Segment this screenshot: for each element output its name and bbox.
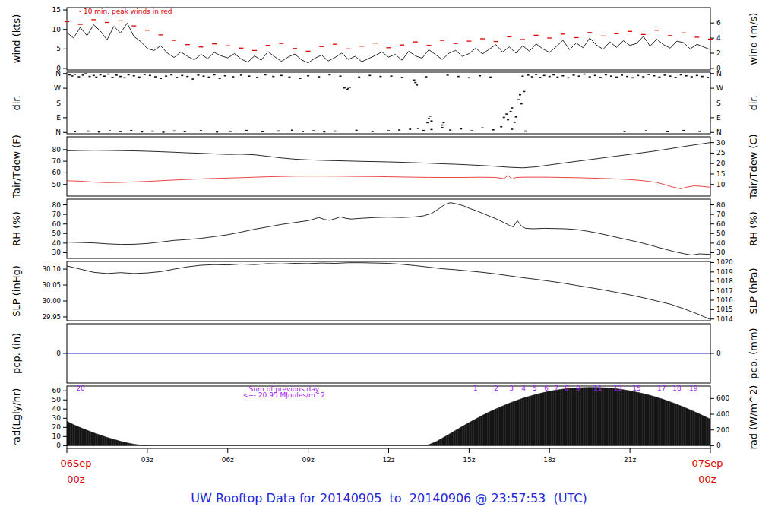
x-tick-label: 06z (222, 456, 234, 464)
x-date-label: 00z (67, 473, 85, 485)
dir-panel: NESWNNESWNdir.dir. (11, 70, 759, 137)
slp-ytick-label-left: 30.00 (43, 297, 61, 305)
rh-ytick-label-left: 70 (52, 211, 62, 218)
wind-ylabel-left: wind (kts) (11, 14, 22, 63)
rh-ytick-label-right: 30 (716, 249, 726, 256)
temp-ytick-label-right: 15 (716, 170, 725, 178)
slp-ytick-label-left: 30.05 (43, 281, 61, 289)
wind-ylabel-right: wind (m/s) (748, 13, 759, 65)
rh-ylabel-right: RH (%) (748, 211, 759, 245)
rh-ytick-label-right: 50 (716, 230, 726, 237)
slp-ytick-label-left: 30.10 (43, 265, 61, 273)
dir-ytick-label-left: N (55, 70, 61, 78)
rad-ytick-label-right: 600 (716, 394, 729, 402)
slp-ytick-label-right: 1018 (716, 277, 733, 285)
rad-ytick-label-right: 200 (716, 426, 729, 434)
rh-ytick-label-left: 80 (52, 201, 62, 209)
rad-annotation: 15 (632, 385, 640, 392)
rad-annotation: 11 (593, 385, 602, 392)
chart-title: UW Rooftop Data for 20140905 to 20140906… (0, 491, 778, 505)
rh-ytick-label-left: 50 (52, 230, 62, 237)
temp-ytick-label-right: 30 (716, 139, 726, 147)
rad-panel: 01020304050600200400600rad(Lgly/hr)rad (… (11, 385, 759, 449)
slp-ylabel-right: SLP (hPa) (748, 268, 759, 314)
rad-annotation: 4 (521, 385, 526, 392)
rad-annotation: 5 (533, 385, 537, 392)
x-tick-label: 12z (382, 456, 394, 464)
x-date-label: 00z (698, 473, 716, 485)
dir-ylabel-left: dir. (11, 95, 22, 110)
slp-ytick-label-right: 1014 (716, 315, 733, 323)
rad-ytick-label-left: 60 (52, 387, 62, 394)
temp-ytick-label-right: 10 (716, 181, 726, 188)
wind-ytick-label-left: 5 (56, 45, 61, 52)
dir-panel-frame (67, 72, 710, 134)
temp-panel-frame (67, 137, 710, 196)
pcp-ylabel-right: pcp. (mm) (748, 328, 759, 378)
rh-panel-frame (67, 199, 710, 258)
slp-ylabel-left: SLP (inHg) (11, 265, 22, 317)
rad-annotation: 20 (76, 385, 85, 392)
rad-annotation: 18 (672, 385, 682, 392)
rh-ytick-label-right: 80 (716, 201, 726, 209)
rad-ylabel-right: rad (W/m^2) (748, 385, 759, 450)
wind-ytick-label-left: 10 (52, 26, 62, 33)
temp-ytick-label-right: 25 (716, 149, 725, 157)
rad-annotation: <--- 20.95 MJoules/m^2 (243, 391, 325, 399)
rad-annotation: 17 (657, 385, 666, 392)
rad-ytick-label-left: 30 (52, 414, 62, 422)
x-tick-label: 21z (624, 456, 636, 464)
slp-ytick-label-right: 1016 (716, 296, 733, 304)
dir-ytick-label-right: N (716, 128, 722, 136)
temp-ytick-label-left: 60 (52, 169, 62, 176)
temp-ylabel-left: Tair/Tdew (F) (11, 135, 22, 199)
temp-ytick-label-left: 50 (52, 181, 62, 188)
rh-ytick-label-left: 30 (52, 249, 62, 256)
uw-rooftop-weather-plot: 0510150246wind (kts)wind (m/s)- 10 min. … (0, 0, 778, 532)
x-date-label: 06Sep (60, 458, 91, 469)
dir-ytick-label-left: S (56, 100, 61, 107)
rh-ytick-label-right: 60 (716, 220, 726, 228)
slp-ytick-label-right: 1017 (716, 287, 733, 295)
pcp-panel: 00pcp. (in)pcp. (mm) (11, 324, 759, 383)
dir-ylabel-right: dir. (748, 95, 759, 110)
temp-ytick-label-left: 80 (52, 146, 62, 154)
dir-ytick-label-left: N (55, 128, 61, 136)
pcp-ytick-label-right: 0 (716, 350, 721, 357)
wind-ytick-label-left: 15 (52, 6, 61, 14)
x-tick-label: 03z (141, 456, 153, 464)
rh-ytick-label-right: 40 (716, 239, 726, 247)
wind-panel-frame (67, 8, 710, 70)
dir-ytick-label-left: W (54, 84, 61, 92)
pcp-ytick-label-left: 0 (56, 350, 61, 357)
dir-ytick-label-right: E (716, 114, 721, 122)
x-tick-label: 09z (302, 456, 315, 464)
dir-ytick-label-right: W (716, 84, 723, 92)
rad-ytick-label-right: 400 (716, 410, 729, 418)
rh-panel: 304050607080304050607080RH (%)RH (%) (11, 199, 759, 258)
rad-ytick-label-left: 50 (52, 396, 62, 404)
rad-annotation: 6 (544, 385, 549, 392)
rh-ylabel-left: RH (%) (11, 211, 22, 245)
rh-ytick-label-left: 60 (52, 220, 62, 228)
x-tick-label: 15z (463, 456, 475, 464)
temp-panel: 506070801015202530Tair/Tdew (F)Tair/Tdew… (11, 134, 759, 199)
rad-annotation: 2 (494, 385, 498, 392)
temp-ylabel-right: Tair/Tdew (C) (748, 134, 759, 199)
rh-ytick-label-left: 40 (52, 239, 62, 247)
dir-ytick-label-right: S (716, 100, 721, 107)
slp-ytick-label-left: 29.95 (43, 313, 61, 321)
wind-panel: 0510150246wind (kts)wind (m/s)- 10 min. … (11, 6, 759, 72)
wind-ytick-label-right: 4 (716, 34, 721, 42)
x-tick-label: 18z (543, 456, 555, 464)
rh-ytick-label-right: 70 (716, 211, 726, 218)
dir-ytick-label-left: E (56, 114, 61, 122)
rad-annotation: 8 (565, 385, 569, 392)
rad-annotation: 3 (509, 385, 514, 392)
slp-panel: 29.9530.0030.0530.1010141015101610171018… (11, 258, 759, 322)
rad-ytick-label-right: 0 (716, 442, 721, 449)
dir-ytick-label-right: N (716, 70, 722, 78)
rad-annotation: 13 (613, 385, 621, 392)
rad-annotation: 9 (576, 385, 580, 392)
multi-panel-chart: 0510150246wind (kts)wind (m/s)- 10 min. … (0, 0, 778, 532)
